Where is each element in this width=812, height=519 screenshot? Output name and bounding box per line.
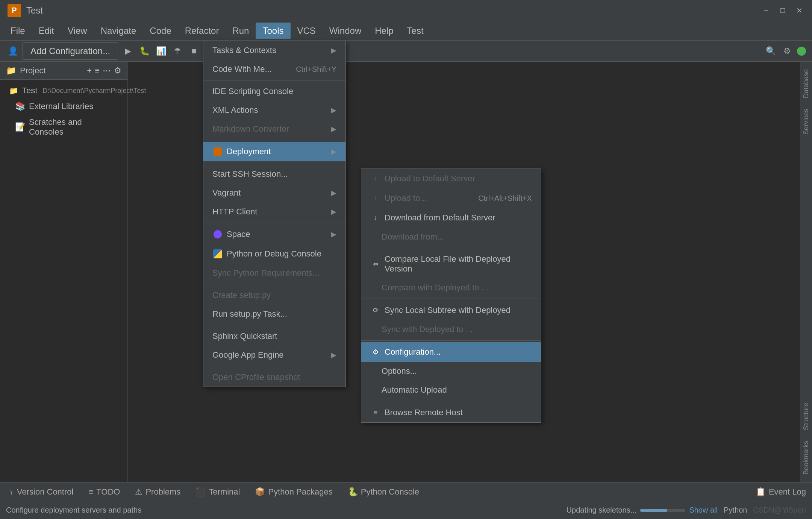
deploy-sep-3	[361, 340, 541, 341]
progress-bar	[640, 509, 685, 512]
deploy-compare-with-item[interactable]: Compare with Deployed to ...	[361, 278, 541, 297]
close-button[interactable]: ✕	[794, 5, 804, 16]
deploy-sep-2	[361, 299, 541, 299]
sidebar-collapse-icon[interactable]: ≡	[95, 66, 100, 76]
deploy-upload-to-item[interactable]: ↑ Upload to... Ctrl+Alt+Shift+X	[361, 188, 541, 208]
deploy-browse-remote-item[interactable]: ≡ Browse Remote Host	[361, 403, 541, 422]
debug-button[interactable]: 🐛	[138, 44, 151, 58]
sidebar-item-scratches[interactable]: 📝 Scratches and Consoles	[0, 114, 127, 140]
menu-window[interactable]: Window	[323, 23, 368, 39]
tools-http-client-item[interactable]: HTTP Client ▶	[203, 202, 345, 221]
right-sidebar: Database Services Structure Bookmarks	[800, 62, 812, 482]
tools-sphinx-item[interactable]: Sphinx Quickstart	[203, 327, 345, 346]
tools-markdown-converter-item[interactable]: Markdown Converter ▶	[203, 120, 345, 138]
sidebar-item-test-project[interactable]: 📁 Test D:\Document\PycharmProject\Test	[0, 83, 127, 99]
tools-python-debug-item[interactable]: Python or Debug Console	[203, 244, 345, 264]
deploy-download-from-item[interactable]: Download from...	[361, 228, 541, 246]
tools-code-with-me-item[interactable]: Code With Me... Ctrl+Shift+Y	[203, 60, 345, 79]
deploy-options-item[interactable]: Options...	[361, 362, 541, 381]
tools-sep-3	[203, 163, 345, 163]
right-tab-services[interactable]: Services	[801, 104, 812, 139]
menu-view[interactable]: View	[61, 23, 94, 39]
coverage-button[interactable]: ☂	[171, 44, 184, 58]
tools-create-setup-item[interactable]: Create setup.py	[203, 286, 345, 305]
deploy-sep-1	[361, 248, 541, 248]
watermark: CSDN@YiSuen	[753, 506, 806, 514]
stop-button[interactable]: ■	[187, 44, 201, 58]
event-log-button[interactable]: 📋 Event Log	[756, 487, 806, 497]
update-progress: Updating skeletons... Show all	[567, 506, 718, 514]
progress-bar-fill	[640, 509, 667, 512]
python-icon	[213, 249, 222, 258]
right-tab-bookmarks[interactable]: Bookmarks	[801, 436, 812, 479]
deploy-sep-4	[361, 401, 541, 401]
tools-xml-actions-item[interactable]: XML Actions ▶	[203, 101, 345, 120]
tools-sep-1	[203, 80, 345, 80]
space-icon	[214, 230, 222, 238]
sidebar-gear-icon[interactable]: ⚙	[114, 66, 121, 76]
deploy-compare-local-item[interactable]: ⇔ Compare Local File with Deployed Versi…	[361, 250, 541, 278]
deploy-automatic-upload-item[interactable]: Automatic Upload	[361, 381, 541, 399]
tools-ide-scripting-item[interactable]: IDE Scripting Console	[203, 82, 345, 101]
tab-terminal-label: Terminal	[209, 487, 240, 497]
deploy-configuration-item[interactable]: ⚙ Configuration...	[361, 342, 541, 362]
tab-terminal[interactable]: ⬛ Terminal	[192, 486, 243, 498]
tab-todo[interactable]: ≡ TODO	[85, 486, 123, 498]
sidebar-content: 📁 Test D:\Document\PycharmProject\Test 📚…	[0, 80, 127, 143]
tab-python-console[interactable]: 🐍 Python Console	[345, 486, 422, 498]
menu-tools[interactable]: Tools	[256, 23, 290, 39]
tools-sync-python-req-item[interactable]: Sync Python Requirements...	[203, 264, 345, 282]
run-button[interactable]: ▶	[121, 44, 135, 58]
tools-sep-4	[203, 223, 345, 223]
deploy-sync-local-item[interactable]: ⟳ Sync Local Subtree with Deployed	[361, 300, 541, 320]
menu-file[interactable]: File	[4, 23, 32, 39]
menu-vcs[interactable]: VCS	[291, 23, 323, 39]
menu-edit[interactable]: Edit	[32, 23, 61, 39]
tab-version-control[interactable]: ⑂ Version Control	[6, 486, 76, 498]
tools-ssh-session-item[interactable]: Start SSH Session...	[203, 165, 345, 184]
window-title: Test	[26, 5, 761, 16]
deploy-upload-default-item[interactable]: ↑ Upload to Default Server	[361, 169, 541, 188]
tools-vagrant-item[interactable]: Vagrant ▶	[203, 184, 345, 202]
menu-test[interactable]: Test	[400, 23, 430, 39]
project-sidebar: 📁 Project + ≡ ⋯ ⚙ 📁 Test D:\Document\Pyc…	[0, 62, 128, 482]
tab-python-packages-label: Python Packages	[268, 487, 332, 497]
tab-problems[interactable]: ⚠ Problems	[132, 486, 183, 498]
tools-google-app-engine-item[interactable]: Google App Engine ▶	[203, 346, 345, 364]
menu-bar: File Edit View Navigate Code Refactor Ru…	[0, 21, 812, 41]
menu-code[interactable]: Code	[143, 23, 178, 39]
tab-python-packages[interactable]: 📦 Python Packages	[252, 486, 335, 498]
menu-run[interactable]: Run	[226, 23, 256, 39]
search-everywhere-icon[interactable]: 🔍	[764, 44, 777, 58]
sidebar-item-external-libraries[interactable]: 📚 External Libraries	[0, 99, 127, 114]
menu-refactor[interactable]: Refactor	[178, 23, 226, 39]
terminal-icon: ⬛	[195, 487, 206, 497]
tools-open-cprofile-item[interactable]: Open CProfile snapshot	[203, 368, 345, 387]
tools-space-item[interactable]: Space ▶	[203, 225, 345, 244]
scratches-label: Scratches and Consoles	[29, 117, 118, 137]
add-configuration-button[interactable]: Add Configuration...	[23, 42, 118, 60]
scratches-icon: 📝	[15, 122, 25, 132]
right-tab-structure[interactable]: Structure	[801, 398, 812, 435]
maximize-button[interactable]: □	[777, 5, 788, 16]
todo-icon: ≡	[88, 487, 93, 497]
tools-run-setup-task-item[interactable]: Run setup.py Task...	[203, 305, 345, 323]
show-all-link[interactable]: Show all	[689, 506, 718, 514]
avatar-icon[interactable]: 👤	[6, 44, 20, 58]
python-env-indicator	[797, 47, 806, 56]
deploy-sync-with-item[interactable]: Sync with Deployed to ...	[361, 320, 541, 339]
sidebar-settings-icon[interactable]: ⋯	[103, 66, 111, 76]
tools-tasks-item[interactable]: Tasks & Contexts ▶	[203, 41, 345, 60]
menu-help[interactable]: Help	[368, 23, 400, 39]
settings-icon[interactable]: ⚙	[780, 44, 794, 58]
profile-button[interactable]: 📊	[154, 44, 168, 58]
python-version-label[interactable]: Python	[724, 506, 747, 514]
right-tab-database[interactable]: Database	[801, 65, 812, 103]
deploy-download-default-item[interactable]: ↓ Download from Default Server	[361, 208, 541, 228]
minimize-button[interactable]: −	[761, 5, 771, 16]
title-bar: P Test − □ ✕	[0, 0, 812, 21]
tools-deployment-item[interactable]: Deployment ▶	[203, 142, 345, 161]
sidebar-add-icon[interactable]: +	[87, 66, 92, 76]
menu-navigate[interactable]: Navigate	[94, 23, 143, 39]
tools-sep-5	[203, 284, 345, 284]
